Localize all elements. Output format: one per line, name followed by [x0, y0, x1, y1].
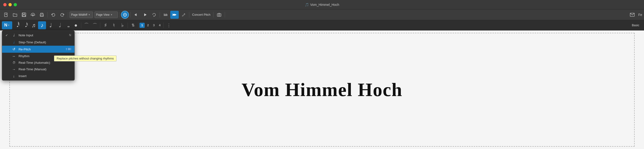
separator — [119, 12, 120, 17]
separator — [100, 22, 100, 28]
svg-rect-21 — [167, 14, 167, 16]
rhythm-menu-icon: ↔ — [12, 54, 16, 58]
insert-menu-icon: ↓ — [12, 74, 16, 78]
separator — [138, 22, 138, 28]
mail-button[interactable] — [628, 11, 636, 19]
fe-label: Fe — [636, 13, 644, 17]
note-input-menu-icon: ♩ — [12, 33, 16, 37]
svg-marker-17 — [144, 13, 146, 16]
upload-button[interactable] — [29, 11, 37, 19]
shortcut-label: N — [69, 33, 71, 37]
svg-rect-8 — [41, 15, 43, 16]
menu-item-real-time-manual[interactable]: → Real-Time (Manual) — [2, 66, 74, 73]
shortcut-label: ⇧⌘I — [65, 48, 71, 51]
main-content: Vom Himmel Hoch — [0, 30, 644, 149]
voice-1-button[interactable]: 1 — [140, 23, 145, 28]
voice-4-button[interactable]: 4 — [157, 23, 162, 28]
separator — [213, 12, 214, 17]
loop-button[interactable] — [150, 11, 158, 19]
zoom-dropdown[interactable]: Page Widthff ▼ — [70, 11, 93, 18]
half-note-button[interactable]: 𝅗𝅥 — [55, 21, 63, 29]
svg-marker-23 — [174, 13, 176, 16]
svg-rect-0 — [4, 13, 7, 17]
flip-button[interactable]: ⇅ — [129, 21, 137, 29]
separator — [225, 12, 225, 17]
svg-rect-19 — [165, 14, 165, 16]
svg-point-10 — [124, 14, 126, 15]
dropdown-arrow-icon: ▼ — [8, 24, 10, 26]
eighth-note-button[interactable]: ♪ — [38, 21, 46, 29]
view-dropdown[interactable]: Page View ▼ — [94, 11, 118, 18]
quarter-note-button[interactable]: ♩ — [46, 21, 54, 29]
separator — [128, 22, 128, 28]
new-button[interactable] — [2, 11, 10, 19]
svg-marker-15 — [134, 13, 136, 16]
tie-button[interactable]: ⌒ — [82, 21, 90, 29]
minimize-button[interactable] — [8, 3, 12, 6]
slur-button[interactable]: ⌒ — [91, 21, 99, 29]
palette-button[interactable] — [121, 11, 129, 19]
menu-item-insert[interactable]: ↓ Insert — [2, 73, 74, 79]
check-icon: ✓ — [6, 33, 9, 37]
natural-button[interactable]: ♮ — [110, 21, 118, 29]
re-pitch-menu-icon: ↺ — [12, 47, 16, 51]
32nd-note-button[interactable]: 𝅘𝅥𝅰 — [21, 21, 29, 29]
separator — [189, 12, 189, 17]
note-toolbar: N ▼ 𝅘𝅥𝅱 𝅘𝅥𝅰 ♬ ♪ ♩ 𝅗𝅥 𝅝 ● ⌒ ⌒ ♯ ♮ ♭ ⇅ 1 2… — [0, 20, 644, 30]
document-icon: 🎵 — [305, 3, 309, 6]
svg-rect-20 — [166, 13, 166, 16]
basic-mode-label-container: Basic — [632, 23, 639, 27]
window-controls — [3, 3, 17, 6]
edit-button[interactable] — [179, 11, 188, 19]
real-time-manual-menu-icon: → — [12, 67, 16, 71]
voice-3-button[interactable]: 3 — [151, 23, 156, 28]
play-button[interactable] — [141, 11, 149, 19]
close-button[interactable] — [3, 3, 6, 6]
svg-rect-16 — [136, 13, 137, 16]
page-area: Vom Himmel Hoch — [0, 30, 644, 149]
svg-rect-5 — [22, 15, 25, 16]
separator — [164, 22, 164, 28]
svg-rect-18 — [164, 13, 164, 16]
dot-button[interactable]: ● — [72, 21, 80, 29]
menu-item-step-time[interactable]: ♩ Step-Time (Default) — [2, 39, 74, 46]
16th-note-button[interactable]: ♬ — [30, 21, 38, 29]
mixer-button[interactable] — [161, 11, 170, 19]
svg-rect-4 — [23, 13, 25, 14]
save-button[interactable] — [20, 11, 28, 19]
menu-item-note-input[interactable]: ✓ ♩ Note Input N — [2, 32, 74, 39]
flat-button[interactable]: ♭ — [118, 21, 126, 29]
basic-label: Basic — [632, 23, 639, 27]
chevron-down-icon: ▼ — [88, 13, 90, 16]
note-input-button[interactable]: N ▼ — [2, 21, 12, 29]
print-button[interactable] — [38, 11, 46, 19]
separator — [48, 12, 48, 17]
main-toolbar: Page Widthff ▼ Page View ▼ — [0, 9, 644, 20]
maximize-button[interactable] — [14, 3, 17, 6]
score-title: Vom Himmel Hoch — [242, 79, 402, 101]
screenshot-button[interactable] — [215, 11, 223, 19]
whole-note-button[interactable]: 𝅝 — [64, 21, 72, 29]
real-time-auto-menu-icon: ⏱ — [12, 61, 16, 64]
separator — [130, 12, 130, 17]
concert-pitch-label: Concert Pitch — [191, 13, 212, 16]
note-n-icon: N — [4, 23, 7, 28]
64th-note-button[interactable]: 𝅘𝅥𝅱 — [13, 21, 21, 29]
more-options-button[interactable]: ⋮ — [165, 21, 173, 29]
open-button[interactable] — [11, 11, 19, 19]
redo-button[interactable] — [58, 11, 66, 19]
voice-buttons: 1 2 3 4 — [140, 23, 162, 28]
forward-button[interactable] — [170, 11, 179, 19]
chevron-down-icon: ▼ — [110, 13, 112, 16]
re-pitch-tooltip: Replace pitches without changing rhythms — [54, 55, 116, 61]
voice-2-button[interactable]: 2 — [146, 23, 150, 28]
svg-point-26 — [218, 14, 220, 16]
title-bar: 🎵 Vom_Himmel_Hoch — [0, 0, 644, 9]
rewind-button[interactable] — [132, 11, 140, 19]
window-title: 🎵 Vom_Himmel_Hoch — [305, 3, 340, 6]
separator — [160, 12, 160, 17]
undo-button[interactable] — [49, 11, 58, 19]
menu-item-re-pitch[interactable]: ↺ Re-Pitch ⇧⌘I — [2, 46, 74, 53]
sharp-button[interactable]: ♯ — [102, 21, 110, 29]
separator — [81, 22, 81, 28]
